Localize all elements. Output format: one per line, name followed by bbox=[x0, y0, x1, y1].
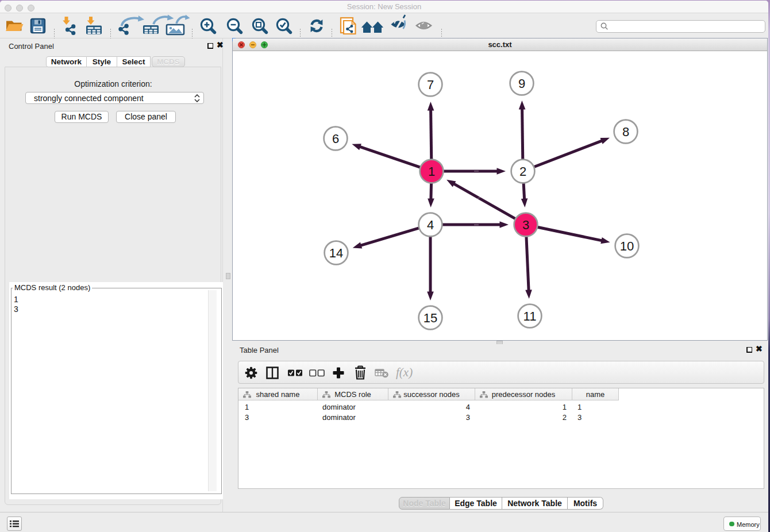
svg-text:6: 6 bbox=[332, 132, 339, 146]
svg-text:11: 11 bbox=[523, 309, 537, 323]
svg-text:8: 8 bbox=[622, 125, 629, 139]
svg-text:10: 10 bbox=[620, 239, 634, 253]
svg-text:3: 3 bbox=[522, 218, 529, 232]
svg-text:15: 15 bbox=[424, 311, 437, 325]
svg-text:2: 2 bbox=[519, 164, 526, 179]
svg-text:9: 9 bbox=[518, 76, 525, 91]
svg-text:4: 4 bbox=[427, 218, 434, 232]
svg-text:1: 1 bbox=[428, 164, 435, 179]
svg-text:14: 14 bbox=[329, 246, 343, 260]
svg-text:7: 7 bbox=[427, 78, 434, 92]
